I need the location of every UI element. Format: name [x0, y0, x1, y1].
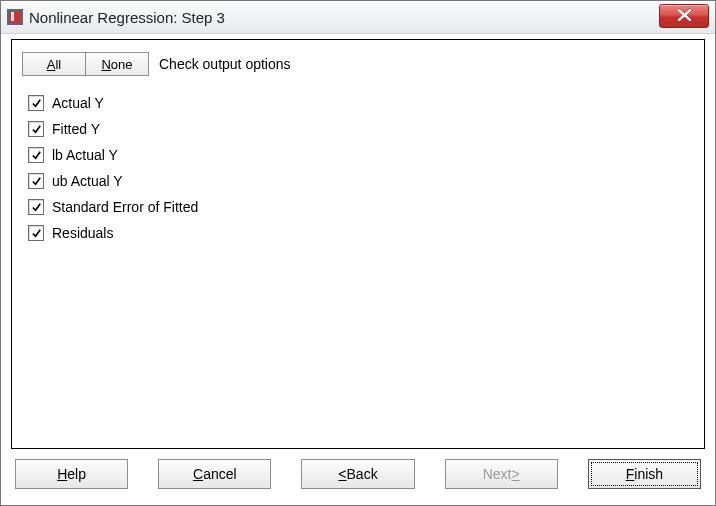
none-button[interactable]: None — [85, 52, 149, 76]
close-button[interactable] — [659, 4, 709, 28]
dialog-window: Nonlinear Regression: Step 3 All None Ch… — [0, 0, 716, 506]
output-option: lb Actual Y — [28, 142, 694, 168]
help-button[interactable]: Help — [15, 459, 128, 489]
finish-button[interactable]: Finish — [588, 459, 701, 489]
output-option: Actual Y — [28, 90, 694, 116]
output-option-label: ub Actual Y — [52, 173, 123, 189]
output-option-label: Residuals — [52, 225, 113, 241]
checkbox[interactable] — [28, 121, 44, 137]
toolbar: All None Check output options — [22, 52, 694, 76]
checkbox[interactable] — [28, 173, 44, 189]
back-button[interactable]: < Back — [301, 459, 414, 489]
app-icon — [7, 9, 23, 25]
toolbar-caption: Check output options — [159, 56, 291, 72]
checkbox[interactable] — [28, 225, 44, 241]
checkbox[interactable] — [28, 95, 44, 111]
checkbox[interactable] — [28, 147, 44, 163]
output-option: Residuals — [28, 220, 694, 246]
output-option-label: lb Actual Y — [52, 147, 118, 163]
content-panel: All None Check output options Actual YFi… — [11, 39, 705, 449]
output-option: ub Actual Y — [28, 168, 694, 194]
titlebar: Nonlinear Regression: Step 3 — [1, 1, 715, 34]
cancel-button[interactable]: Cancel — [158, 459, 271, 489]
output-option: Standard Error of Fitted — [28, 194, 694, 220]
svg-rect-1 — [9, 11, 21, 23]
window-title: Nonlinear Regression: Step 3 — [29, 9, 225, 26]
checkbox[interactable] — [28, 199, 44, 215]
close-icon — [678, 9, 691, 24]
output-options-list: Actual YFitted Ylb Actual Yub Actual YSt… — [28, 90, 694, 246]
output-option-label: Standard Error of Fitted — [52, 199, 198, 215]
all-button[interactable]: All — [22, 52, 86, 76]
output-option-label: Fitted Y — [52, 121, 100, 137]
next-button: Next > — [445, 459, 558, 489]
svg-rect-2 — [11, 12, 14, 21]
output-option: Fitted Y — [28, 116, 694, 142]
wizard-buttons: Help Cancel < Back Next > Finish — [15, 459, 701, 491]
output-option-label: Actual Y — [52, 95, 104, 111]
